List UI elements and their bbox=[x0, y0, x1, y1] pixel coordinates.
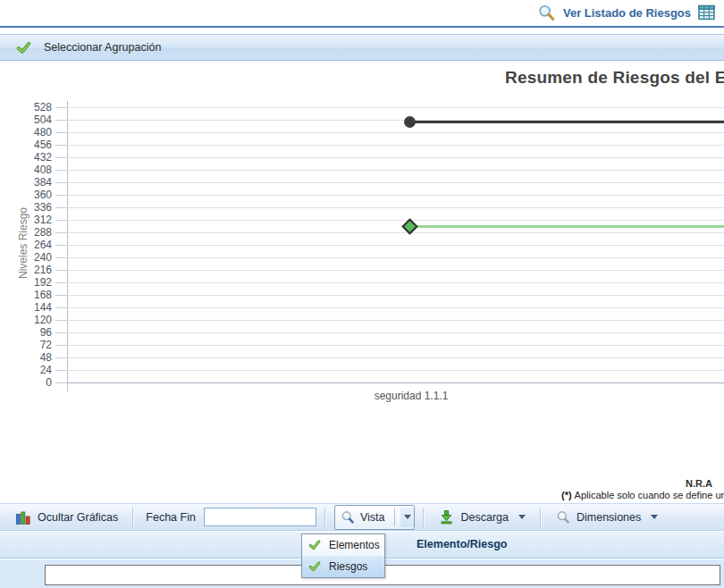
y-tick bbox=[55, 120, 67, 121]
footnote-marker: (*) bbox=[561, 490, 572, 500]
y-tick bbox=[55, 307, 67, 308]
y-gridline bbox=[67, 170, 724, 171]
y-gridline bbox=[67, 182, 724, 183]
y-gridline bbox=[67, 207, 724, 208]
y-tick bbox=[55, 357, 67, 358]
y-tick-label: 192 bbox=[0, 276, 52, 289]
bottom-toolbar: Ocultar Gráficas Fecha Fin Vista bbox=[0, 503, 724, 531]
y-tick-label: 120 bbox=[0, 314, 52, 326]
y-tick-label: 336 bbox=[0, 201, 52, 214]
y-tick bbox=[55, 282, 67, 283]
y-tick bbox=[55, 345, 67, 346]
ocultar-graficas-button[interactable]: Ocultar Gráficas bbox=[9, 507, 124, 528]
y-gridline bbox=[67, 145, 724, 146]
y-tick-label: 24 bbox=[0, 364, 52, 376]
y-tick-label: 96 bbox=[0, 326, 52, 339]
y-tick-label: 0 bbox=[0, 376, 52, 389]
y-gridline bbox=[67, 107, 724, 108]
bar-chart-icon bbox=[15, 509, 31, 525]
y-gridline bbox=[67, 370, 724, 371]
toolbar-separator bbox=[423, 508, 425, 527]
toolbar-separator bbox=[324, 508, 326, 527]
x-axis-line bbox=[67, 382, 724, 383]
vista-label: Vista bbox=[360, 511, 385, 524]
y-tick bbox=[55, 257, 67, 258]
vista-dropdown-arrow[interactable] bbox=[400, 508, 414, 527]
check-icon bbox=[15, 40, 32, 55]
series-line-diamond bbox=[409, 225, 724, 228]
button-divider bbox=[394, 508, 395, 526]
toolbar-separator bbox=[132, 508, 134, 527]
y-tick bbox=[55, 220, 67, 221]
table-icon[interactable] bbox=[698, 4, 715, 21]
y-axis-line bbox=[67, 101, 68, 387]
y-tick bbox=[55, 295, 67, 296]
x-category-label: seguridad 1.1.1 bbox=[340, 390, 483, 402]
y-gridline bbox=[67, 257, 724, 258]
y-tick-label: 312 bbox=[0, 214, 52, 226]
menu-item-elementos[interactable]: Elementos bbox=[302, 534, 384, 556]
x-axis-tick bbox=[67, 382, 68, 391]
check-icon bbox=[307, 560, 322, 573]
y-tick bbox=[55, 170, 67, 171]
seleccionar-agrupacion-bar[interactable]: Seleccionar Agrupación bbox=[0, 34, 724, 61]
top-header: Ver Listado de Riesgos bbox=[0, 0, 724, 28]
y-gridline bbox=[67, 270, 724, 271]
y-gridline bbox=[67, 295, 724, 296]
ver-listado-de-riesgos-link[interactable]: Ver Listado de Riesgos bbox=[563, 6, 691, 20]
circle-marker bbox=[404, 116, 416, 128]
y-tick-label: 168 bbox=[0, 289, 52, 301]
chart-footnote: (*)Aplicable solo cuando se define ur bbox=[561, 490, 724, 500]
y-tick bbox=[55, 132, 67, 133]
descarga-button[interactable]: Descarga bbox=[433, 507, 532, 527]
y-tick-label: 240 bbox=[0, 251, 52, 264]
y-tick-label: 384 bbox=[0, 176, 52, 189]
y-gridline bbox=[67, 245, 724, 246]
y-tick bbox=[55, 382, 67, 383]
fecha-fin-input[interactable] bbox=[204, 508, 316, 526]
search-icon bbox=[556, 510, 570, 525]
page: Ver Listado de Riesgos Seleccionar Agrup… bbox=[0, 0, 724, 588]
footnote-text: Aplicable solo cuando se define ur bbox=[575, 490, 724, 500]
column-header-elemento-riesgo[interactable]: Elemento/Riesgo bbox=[417, 538, 507, 550]
fecha-fin-label: Fecha Fin bbox=[146, 511, 196, 524]
vista-dropdown-menu: Elementos Riesgos bbox=[301, 533, 385, 578]
search-icon[interactable] bbox=[537, 4, 556, 22]
y-tick-label: 288 bbox=[0, 226, 52, 239]
seleccionar-agrupacion-label: Seleccionar Agrupación bbox=[44, 41, 161, 54]
y-tick-label: 48 bbox=[0, 351, 52, 364]
y-tick bbox=[55, 332, 67, 333]
check-icon bbox=[307, 539, 322, 551]
y-gridline bbox=[67, 307, 724, 308]
y-tick bbox=[55, 320, 67, 321]
vista-button[interactable]: Vista bbox=[334, 505, 416, 530]
y-tick bbox=[55, 157, 67, 158]
y-gridline bbox=[67, 157, 724, 158]
descarga-label: Descarga bbox=[460, 511, 509, 524]
toolbar-separator bbox=[540, 508, 542, 527]
search-icon bbox=[341, 510, 355, 525]
dimensiones-button[interactable]: Dimensiones bbox=[550, 508, 664, 527]
y-tick-label: 504 bbox=[0, 113, 52, 126]
y-gridline bbox=[67, 357, 724, 358]
y-tick bbox=[55, 107, 67, 108]
y-tick-label: 456 bbox=[0, 139, 52, 151]
y-tick bbox=[55, 245, 67, 246]
menu-item-riesgos[interactable]: Riesgos bbox=[302, 556, 384, 577]
y-gridline bbox=[67, 232, 724, 233]
dimensiones-dropdown-arrow[interactable] bbox=[651, 515, 658, 519]
y-gridline bbox=[67, 345, 724, 346]
y-tick-label: 408 bbox=[0, 164, 52, 176]
y-tick-label: 360 bbox=[0, 189, 52, 201]
y-tick-label: 264 bbox=[0, 239, 52, 251]
y-tick bbox=[55, 145, 67, 146]
chart-title: Resumen de Riesgos del Ele bbox=[505, 68, 724, 88]
y-gridline bbox=[67, 220, 724, 221]
y-gridline bbox=[67, 132, 724, 133]
descarga-dropdown-arrow[interactable] bbox=[518, 515, 526, 519]
y-tick-label: 216 bbox=[0, 264, 52, 276]
y-gridline bbox=[67, 320, 724, 321]
y-tick bbox=[55, 270, 67, 271]
y-tick bbox=[55, 232, 67, 233]
y-tick-label: 432 bbox=[0, 151, 52, 164]
